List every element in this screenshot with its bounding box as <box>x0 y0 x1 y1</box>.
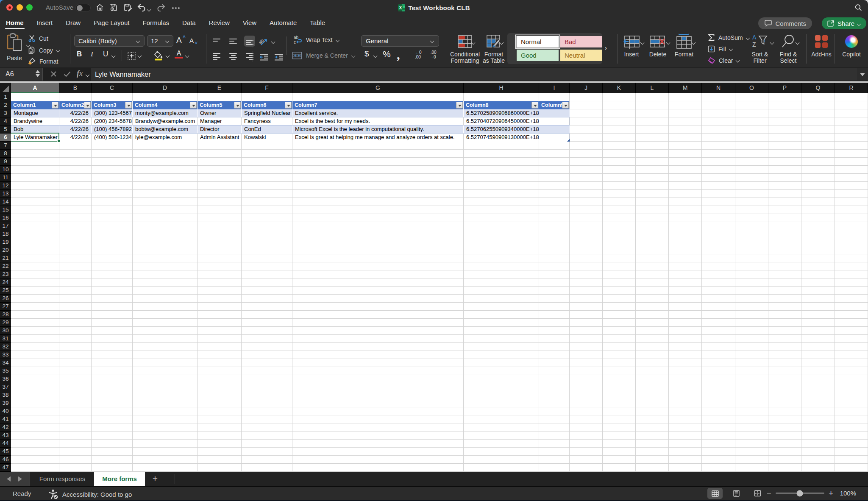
sort-filter-chevron-icon[interactable] <box>771 41 774 45</box>
row-header-3[interactable]: 3 <box>0 109 11 117</box>
row-header-43[interactable]: 43 <box>0 431 11 440</box>
row-headers[interactable]: 1234567891011121314151617181920212223242… <box>0 93 11 472</box>
filter-dropdown-column5[interactable] <box>234 102 241 109</box>
row-header-32[interactable]: 32 <box>0 343 11 351</box>
cells-area[interactable]: Column1Column2Column3Column4Column5Colum… <box>11 93 868 472</box>
fill-color-chevron-icon[interactable] <box>166 54 170 58</box>
decrease-indent-button[interactable] <box>259 52 270 63</box>
row-header-1[interactable]: 1 <box>0 93 11 101</box>
cancel-icon[interactable] <box>50 70 57 79</box>
table-cell[interactable]: Director <box>198 125 242 134</box>
row-header-37[interactable]: 37 <box>0 383 11 391</box>
column-header-O[interactable]: O <box>735 83 768 93</box>
row-header-14[interactable]: 14 <box>0 198 11 206</box>
table-cell[interactable]: 4/22/26 <box>59 117 92 125</box>
delete-cells-button[interactable]: Delete <box>646 33 670 58</box>
column-header-G[interactable]: G <box>292 83 464 93</box>
table-cell[interactable]: Kowalski <box>242 134 292 142</box>
formula-input[interactable]: Lyle Wannamaker <box>91 68 857 81</box>
orientation-chevron-icon[interactable] <box>272 40 275 44</box>
row-header-31[interactable]: 31 <box>0 335 11 343</box>
currency-chevron-icon[interactable] <box>374 54 378 58</box>
style-normal[interactable]: Normal <box>517 36 559 47</box>
borders-chevron-icon[interactable] <box>138 54 142 58</box>
wrap-text-button[interactable]: abc Wrap Text <box>293 35 340 45</box>
table-cell[interactable]: (400) 500-1234 <box>92 134 133 142</box>
format-cells-button[interactable]: Format <box>672 33 696 58</box>
conditional-formatting-button[interactable]: ConditionalFormatting <box>450 33 480 64</box>
format-cells-chevron-icon[interactable] <box>692 41 696 45</box>
zoom-in-button[interactable]: + <box>829 490 833 497</box>
confirm-icon[interactable] <box>63 70 71 79</box>
increase-font-size-button[interactable]: A˄ <box>176 36 182 45</box>
table-cell[interactable]: 6.527025890906860000E+18 <box>464 109 539 117</box>
percent-format-button[interactable]: % <box>383 49 391 59</box>
table-cell[interactable]: bobtw@example.com <box>133 125 198 134</box>
filter-dropdown-column2[interactable] <box>84 102 91 109</box>
italic-button[interactable]: I <box>91 50 93 58</box>
table-cell[interactable]: 6.527062550909340000E+18 <box>464 125 539 134</box>
row-header-39[interactable]: 39 <box>0 399 11 407</box>
filter-dropdown-column9[interactable] <box>562 102 569 109</box>
row-header-45[interactable]: 45 <box>0 448 11 456</box>
row-header-18[interactable]: 18 <box>0 230 11 238</box>
underline-chevron-icon[interactable] <box>112 54 116 58</box>
column-headers[interactable]: ABCDEFGHIJKLMNOPQR <box>0 83 868 93</box>
copy-button[interactable]: Copy <box>28 46 60 54</box>
row-header-30[interactable]: 30 <box>0 327 11 335</box>
filter-dropdown-column6[interactable] <box>285 102 292 109</box>
table-cell[interactable]: 4/22/26 <box>59 134 92 142</box>
font-color-button[interactable]: A <box>175 50 183 58</box>
row-header-13[interactable]: 13 <box>0 190 11 198</box>
select-all-corner[interactable] <box>0 83 11 93</box>
paste-button[interactable]: Paste <box>3 33 25 61</box>
row-header-7[interactable]: 7 <box>0 142 11 150</box>
delete-chevron-icon[interactable] <box>667 41 670 45</box>
row-header-16[interactable]: 16 <box>0 214 11 222</box>
function-chevron-icon[interactable] <box>86 73 90 77</box>
table-cell[interactable]: 4/22/26 <box>59 109 92 117</box>
ribbon-tab-insert[interactable]: Insert <box>37 17 53 30</box>
row-header-10[interactable]: 10 <box>0 166 11 174</box>
row-header-15[interactable]: 15 <box>0 206 11 214</box>
fill-button[interactable]: Fill <box>708 45 733 53</box>
insert-cells-button[interactable]: Insert <box>620 33 643 58</box>
previous-sheet-icon[interactable] <box>7 476 11 482</box>
sort-filter-button[interactable]: A Z Sort &Filter <box>747 33 773 64</box>
column-header-B[interactable]: B <box>59 83 92 93</box>
insert-function-icon[interactable]: fx <box>77 69 83 78</box>
merge-center-button[interactable]: Merge & Center <box>292 51 356 60</box>
ribbon-tab-formulas[interactable]: Formulas <box>142 17 169 30</box>
underline-button[interactable]: U <box>103 50 108 58</box>
font-color-chevron-icon[interactable] <box>186 54 189 58</box>
table-cell[interactable]: (200) 234-5678 <box>92 117 133 125</box>
style-neutral[interactable]: Neutral <box>560 50 602 61</box>
table-cell[interactable]: 6.527040720906450000E+18 <box>464 117 539 125</box>
row-header-33[interactable]: 33 <box>0 351 11 359</box>
table-cell[interactable]: Manager <box>198 117 242 125</box>
table-cell[interactable]: Excel is the best for my needs. <box>292 117 464 125</box>
currency-format-button[interactable]: $ <box>364 49 369 58</box>
bold-button[interactable]: B <box>77 50 82 58</box>
format-painter-button[interactable]: Format <box>28 57 58 65</box>
row-header-41[interactable]: 41 <box>0 415 11 423</box>
increase-decimal-button[interactable]: ←0.00 <box>415 50 426 59</box>
page-break-view-button[interactable] <box>750 488 765 499</box>
row-header-25[interactable]: 25 <box>0 287 11 295</box>
autosum-button[interactable]: AutoSum <box>708 34 750 42</box>
row-header-26[interactable]: 26 <box>0 295 11 303</box>
comments-button[interactable]: Comments <box>758 17 812 29</box>
row-header-2[interactable]: 2 <box>0 101 11 109</box>
filter-dropdown-column7[interactable] <box>456 102 463 109</box>
add-sheet-button[interactable]: + <box>149 472 161 486</box>
column-header-L[interactable]: L <box>636 83 669 93</box>
align-left-button[interactable] <box>211 51 222 62</box>
row-header-8[interactable]: 8 <box>0 150 11 158</box>
filter-dropdown-column3[interactable] <box>125 102 132 109</box>
table-cell[interactable]: Brandyw@example.com <box>133 117 198 125</box>
sheet-tab-form-responses[interactable]: Form responses <box>31 472 94 486</box>
zoom-out-button[interactable]: − <box>767 490 771 497</box>
table-cell[interactable]: Excel is great at helping me manage and … <box>292 134 464 142</box>
row-header-35[interactable]: 35 <box>0 367 11 375</box>
row-header-20[interactable]: 20 <box>0 246 11 254</box>
